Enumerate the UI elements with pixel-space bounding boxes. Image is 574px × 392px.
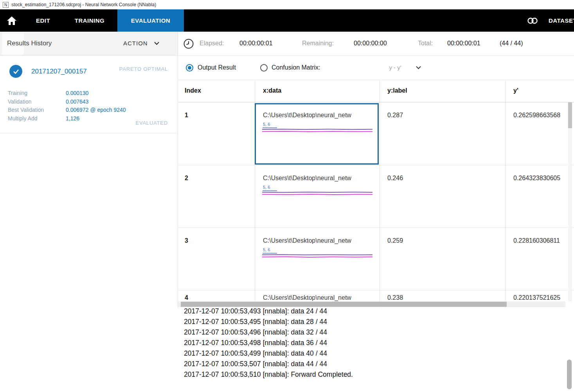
connect-link-button[interactable]: [524, 9, 542, 32]
cell-y-prime[interactable]: 0.262598663568: [513, 112, 568, 119]
chevron-down-icon: [416, 66, 421, 69]
cell-index[interactable]: 1: [185, 112, 188, 119]
home-icon: [6, 16, 17, 26]
total-value: 00:00:00:01: [447, 40, 480, 47]
cell-y-prime[interactable]: 0.220137521625: [513, 294, 568, 301]
metric-label: Validation: [8, 98, 66, 106]
cell-y-label[interactable]: 0.238: [387, 294, 403, 301]
horizontal-scrollbar-thumb[interactable]: [181, 302, 507, 307]
log-line: 2017-12-07 10:00:53,499 [nnabla]: data 4…: [184, 348, 353, 359]
x-data-sparkline: 5, 6: [262, 186, 372, 196]
vertical-scrollbar-thumb[interactable]: [568, 102, 572, 128]
cell-index[interactable]: 2: [185, 175, 188, 182]
sparkline-chart: [262, 186, 372, 196]
log-text: 2017-12-07 10:00:53,493 [nnabla]: data 2…: [184, 308, 353, 380]
app-window: N stock_estimation_171206.sdcproj - Neur…: [0, 0, 574, 392]
pareto-optimal-badge: PARETO OPTIMAL: [119, 66, 168, 72]
cell-y-prime[interactable]: 0.264323830605: [513, 175, 568, 182]
output-result-table: Index x:data y:label y' 1 C:\Users\t\Des…: [178, 80, 574, 308]
output-result-label[interactable]: Output Result: [198, 64, 236, 71]
sparkline-legend: 5, 6: [263, 122, 270, 127]
cell-y-label[interactable]: 0.259: [387, 237, 403, 244]
table-header-row: Index x:data y:label y': [178, 80, 574, 102]
window-title: stock_estimation_171206.sdcproj - Neural…: [11, 2, 156, 7]
sidebar-header: Results History ACTION: [0, 32, 178, 56]
total-label: Total:: [418, 40, 433, 47]
sparkline-chart: [262, 123, 372, 133]
output-result-radio[interactable]: [186, 64, 193, 72]
cell-x-data[interactable]: C:\Users\t\Desktop\neural_netw: [263, 294, 376, 301]
log-line: 2017-12-07 10:00:53,493 [nnabla]: data 2…: [184, 308, 353, 317]
metric-label: Multiply Add: [8, 115, 66, 123]
evaluated-check-icon: [9, 65, 22, 78]
confusion-matrix-radio[interactable]: [260, 64, 268, 72]
evaluation-status-bar: Elapsed: 00:00:00:01 Remaining: 00:00:00…: [178, 32, 574, 56]
metric-value: 1,126: [66, 115, 79, 122]
x-data-sparkline: 5, 6: [262, 123, 372, 133]
cell-index[interactable]: 3: [185, 237, 188, 244]
metric-row: Training0.000130: [8, 89, 126, 98]
result-history-item[interactable]: 20171207_000157 PARETO OPTIMAL Training0…: [0, 56, 178, 133]
result-view-controls: Output Result Confusion Matrix: y - y': [178, 56, 574, 80]
column-header-ylabel: y:label: [387, 87, 407, 94]
action-menu-button[interactable]: ACTION: [123, 40, 159, 47]
table-row[interactable]: 3 C:\Users\t\Desktop\neural_netw 5, 6 0.…: [178, 228, 574, 290]
tab-edit[interactable]: EDIT: [31, 9, 55, 32]
radio-selected-dot: [188, 66, 191, 70]
x-data-sparkline: 5, 6: [262, 248, 372, 258]
log-line: 2017-12-07 10:00:53,496 [nnabla]: data 3…: [184, 327, 353, 338]
result-metrics: Training0.000130 Validation0.007643 Best…: [8, 89, 126, 123]
metric-label: Best Validation: [8, 106, 66, 115]
table-row[interactable]: 1 C:\Users\t\Desktop\neural_netw 5, 6 0.…: [178, 102, 574, 165]
log-scrollbar-thumb[interactable]: [567, 360, 572, 389]
metric-value: 0.007643: [66, 98, 88, 105]
metric-value: 0.006972 @ epoch 9240: [66, 107, 126, 113]
sparkline-legend: 5, 6: [263, 185, 270, 190]
clock-icon: [183, 38, 194, 49]
table-row[interactable]: 2 C:\Users\t\Desktop\neural_netw 5, 6 0.…: [178, 165, 574, 228]
progress-count: (44 / 44): [500, 40, 523, 47]
cell-y-label[interactable]: 0.246: [387, 175, 403, 182]
sidebar-title: Results History: [7, 39, 52, 47]
table-vertical-scrollbar[interactable]: [568, 102, 572, 301]
cell-y-label[interactable]: 0.287: [387, 112, 403, 119]
log-line: 2017-12-07 10:00:53,507 [nnabla]: data 4…: [184, 359, 353, 369]
log-output-panel: 2017-12-07 10:00:53,493 [nnabla]: data 2…: [0, 308, 574, 392]
app-icon: N: [3, 2, 9, 8]
matrix-select[interactable]: y - y': [356, 64, 434, 71]
title-bar: N stock_estimation_171206.sdcproj - Neur…: [0, 0, 574, 9]
tab-training[interactable]: TRAINING: [68, 9, 111, 32]
column-header-xdata: x:data: [263, 87, 281, 94]
cell-x-data[interactable]: C:\Users\t\Desktop\neural_netw: [263, 237, 376, 244]
tab-evaluation[interactable]: EVALUATION: [117, 9, 184, 32]
column-header-index: Index: [185, 87, 201, 94]
log-line: 2017-12-07 10:00:53,495 [nnabla]: data 2…: [184, 317, 353, 327]
main-nav-bar: EDIT TRAINING EVALUATION DATASET: [0, 9, 574, 32]
log-line: 2017-12-07 10:00:53,510 [nnabla]: Forwar…: [184, 369, 353, 380]
metric-label: Training: [8, 89, 66, 98]
log-line: 2017-12-07 10:00:53,498 [nnabla]: data 3…: [184, 338, 353, 348]
cell-y-prime[interactable]: 0.228160306811: [513, 237, 568, 244]
confusion-matrix-label[interactable]: Confusion Matrix:: [272, 64, 320, 71]
table-horizontal-scrollbar[interactable]: [178, 301, 565, 307]
elapsed-label: Elapsed:: [200, 40, 224, 47]
cell-x-data[interactable]: C:\Users\t\Desktop\neural_netw: [263, 112, 376, 119]
column-header-yprime: y': [513, 87, 518, 94]
link-icon: [527, 17, 538, 25]
metric-value: 0.000130: [66, 90, 88, 96]
home-button[interactable]: [0, 9, 23, 32]
remaining-label: Remaining:: [302, 40, 334, 47]
tab-dataset[interactable]: DATASET: [549, 9, 574, 32]
elapsed-value: 00:00:00:01: [239, 40, 273, 47]
metric-row: Validation0.007643: [8, 98, 126, 106]
sparkline-legend: 5, 6: [263, 247, 270, 252]
metric-row: Multiply Add1,126: [8, 115, 126, 123]
chevron-down-icon: [154, 42, 159, 45]
action-label: ACTION: [123, 40, 148, 47]
remaining-value: 00:00:00:00: [354, 40, 387, 47]
evaluated-status-badge: EVALUATED: [135, 120, 168, 126]
cell-x-data[interactable]: C:\Users\t\Desktop\neural_netw: [263, 175, 376, 182]
sparkline-chart: [262, 248, 372, 258]
cell-index[interactable]: 4: [185, 294, 188, 301]
result-name[interactable]: 20171207_000157: [31, 68, 87, 75]
